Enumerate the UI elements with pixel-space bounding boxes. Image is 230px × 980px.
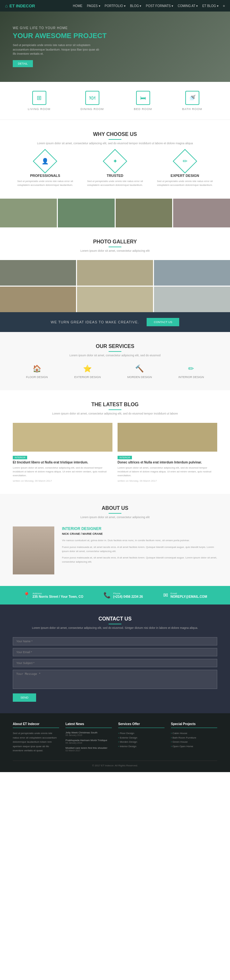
service-exterior: ⭐ EXTERIOR DESIGN — [74, 364, 101, 379]
photo-2 — [58, 199, 115, 228]
email-input[interactable] — [13, 648, 217, 656]
photos-row — [0, 199, 230, 228]
logo-text: ET INDECOR — [9, 3, 35, 8]
gallery-cell-1[interactable] — [0, 260, 76, 286]
services-divider — [109, 351, 121, 352]
blog-image-1 — [13, 423, 113, 452]
blog-cards: INTERIOR Et tincidunt libero ut Nulla er… — [13, 423, 217, 482]
gallery-section: PHOTO GALLERY Lorem ipsum dolor sit amet… — [0, 228, 230, 312]
message-input[interactable] — [13, 670, 217, 689]
submit-button[interactable]: SEND — [13, 694, 36, 702]
room-bath: 🚿 BATH ROOM — [182, 91, 202, 111]
rooms-section: ⊞ LIVING ROOM 🍽 DINING ROOM 🛏 BED ROOM 🚿… — [0, 82, 230, 120]
nav-et-blog[interactable]: ET BLOG ▾ — [202, 4, 219, 8]
expert-icon: ✏ — [173, 149, 197, 173]
blog-title-1: Et tincidunt libero ut Nulla erat tristi… — [13, 461, 113, 464]
blog-title-2: Donec ultrices et Nulla erat interdum In… — [117, 461, 217, 464]
blog-subtitle: Lorem ipsum dolor sit amet, consectetur … — [13, 412, 217, 415]
phone-icon: 📞 — [103, 592, 111, 599]
gallery-cell-3[interactable] — [154, 260, 230, 286]
nav-pages[interactable]: PAGES ▾ — [87, 4, 100, 8]
why-card-professionals: 👤 PROFESSIONALS Sed ut perspiciatis unde… — [13, 153, 78, 187]
gallery-cell-5[interactable] — [77, 286, 153, 312]
why-subtitle: Lorem ipsum dolor sit amet, consectetur … — [13, 142, 217, 145]
dining-room-icon: 🍽 — [85, 91, 99, 105]
floor-icon: 🏠 — [26, 364, 48, 373]
photo-1 — [0, 199, 57, 228]
blog-desc-1: Lorem ipsum dolor sit amet, consectetur … — [13, 466, 113, 477]
about-content: INTERIOR DESIGNER NICK CRANE / MARIE CRA… — [13, 527, 217, 574]
blog-image-2 — [117, 423, 217, 452]
service-morden: 🔨 MORDEN DESIGN — [127, 364, 152, 379]
nav-home[interactable]: HOME — [73, 4, 82, 8]
news-item-3: Mostbet care lorem first this shoulder 0… — [65, 746, 112, 752]
footer-project-3: Green House — [171, 740, 217, 744]
subject-input[interactable] — [13, 659, 217, 667]
email-value: NOREPLY@EMAIL.COM — [171, 595, 207, 598]
gallery-subtitle: Lorem ipsum dolor sit amet, consectetur … — [0, 249, 230, 252]
blog-card-1: INTERIOR Et tincidunt libero ut Nulla er… — [13, 423, 113, 482]
footer-copyright: © 2017 ET Indecor. All Rights Reserved. — [13, 760, 217, 767]
about-para-2: Fusce purus malesuada at, sit amet iacul… — [62, 545, 217, 554]
name-input[interactable] — [13, 637, 217, 646]
services-subtitle: Lorem ipsum dolor sit amet, consectetur … — [13, 354, 217, 357]
phone-value: (+214) 0456 2234 26 — [113, 595, 143, 598]
footer-columns: About ET Indecor Sed ut perspiciatis und… — [13, 722, 217, 754]
contact-form-section: CONTACT US Lorem ipsum dolor sit amet, c… — [0, 605, 230, 713]
about-divider — [109, 513, 121, 514]
morden-icon: 🔨 — [127, 364, 152, 373]
navbar: ⌂ ET INDECOR HOME PAGES ▾ PORTFOLIO ▾ BL… — [0, 0, 230, 11]
interior-label: INTERIOR DESIGN — [178, 375, 204, 379]
service-interior: ✏ INTERIOR DESIGN — [178, 364, 204, 379]
professionals-icon: 👤 — [33, 149, 57, 173]
nav-menu[interactable]: ≡ — [223, 4, 225, 8]
footer-projects-list: Cabin House Bath Room Furniture Green Ho… — [171, 731, 217, 748]
blog-date-1: written on Monday, 06 March 2017 — [13, 479, 113, 482]
nav-blog[interactable]: BLOG ▾ — [130, 4, 141, 8]
expert-desc: Sed ut perspiciatis unde omnis iste natu… — [152, 180, 217, 187]
news-item-1: Jelly Week Christmas South 06 January 20… — [65, 731, 112, 736]
why-cards: 👤 PROFESSIONALS Sed ut perspiciatis unde… — [13, 153, 217, 187]
news-date-2: 06 January 2016 — [65, 742, 112, 744]
contact-phone: 📞 Phone (+214) 0456 2234 26 — [103, 592, 143, 599]
site-logo[interactable]: ⌂ ET INDECOR — [5, 3, 35, 8]
news-title-1: Jelly Week Christmas South — [65, 731, 112, 734]
morden-label: MORDEN DESIGN — [127, 375, 152, 379]
contact-title: CONTACT US — [13, 616, 217, 622]
contact-email: ✉ Email NOREPLY@EMAIL.COM — [163, 592, 207, 599]
about-text: INTERIOR DESIGNER NICK CRANE / MARIE CRA… — [62, 527, 217, 574]
hero-button[interactable]: DETAIL — [13, 60, 33, 67]
gallery-divider — [109, 247, 121, 247]
room-living: ⊞ LIVING ROOM — [28, 91, 51, 111]
nav-coming-at[interactable]: COMING AT ▾ — [178, 4, 198, 8]
hero-description: Sed ut perspiciatis unde omnis iste natu… — [13, 43, 102, 56]
form-row-subject — [13, 659, 217, 667]
blog-title: THE LATEST BLOG — [13, 402, 217, 407]
room-bed: 🛏 BED ROOM — [134, 91, 152, 111]
footer-projects-title: Special Projects — [171, 722, 217, 728]
news-item-2: Prabhupada Harinam Morbi Tristique 06 Ja… — [65, 739, 112, 744]
footer-service-2: Exterior Design — [118, 736, 165, 740]
gallery-cell-4[interactable] — [0, 286, 76, 312]
why-title: WHY CHOOSE US — [13, 132, 217, 137]
form-row-name — [13, 637, 217, 646]
nav-links: HOME PAGES ▾ PORTFOLIO ▾ BLOG ▾ POST FOR… — [73, 4, 225, 8]
cta-button[interactable]: CONTACT US — [147, 318, 179, 326]
contact-band: 📍 Address 235 Norris Street / Your Town,… — [0, 586, 230, 605]
gallery-cell-2[interactable] — [77, 260, 153, 286]
email-icon: ✉ — [163, 592, 168, 599]
footer-services: Services Offer Floor Design Exterior Des… — [118, 722, 165, 754]
gallery-cell-6[interactable] — [154, 286, 230, 312]
services-section: OUR SERVICES Lorem ipsum dolor sit amet,… — [0, 332, 230, 390]
about-designer-title: INTERIOR DESIGNER — [62, 527, 217, 531]
email-label: Email — [171, 592, 207, 595]
footer-service-1: Floor Design — [118, 731, 165, 736]
phone-label: Phone — [113, 592, 143, 595]
nav-post-formats[interactable]: POST FORMATS ▾ — [146, 4, 173, 8]
nav-portfolio[interactable]: PORTFOLIO ▾ — [105, 4, 125, 8]
contact-divider — [109, 624, 121, 624]
news-date-1: 06 January 2016 — [65, 734, 112, 736]
blog-section: THE LATEST BLOG Lorem ipsum dolor sit am… — [0, 390, 230, 494]
logo-icon: ⌂ — [5, 3, 8, 8]
blog-divider — [109, 409, 121, 410]
